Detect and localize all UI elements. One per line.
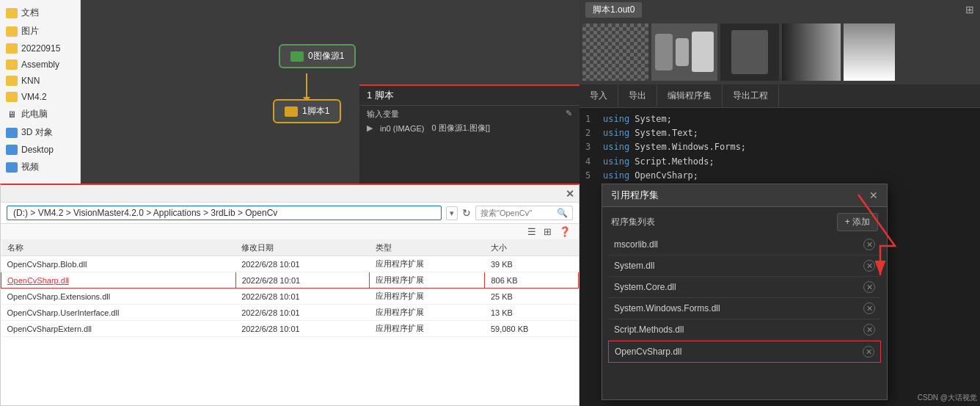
source-node[interactable]: 0图像源1 (279, 44, 356, 68)
thumb-4 (782, 23, 841, 81)
file-name: OpenCvSharp.UserInterface.dll (1, 305, 236, 321)
file-type: 应用程序扩展 (370, 272, 485, 289)
ref-remove-button[interactable]: ✕ (863, 239, 875, 250)
ref-remove-button[interactable]: ✕ (863, 260, 875, 272)
code-line-1: 1 using System; (585, 112, 974, 126)
preview-label: 脚本1.out0 (585, 2, 642, 18)
file-name: OpenCvSharpExtern.dll (1, 321, 236, 337)
grid-icon-button[interactable]: ⊞ (965, 4, 974, 15)
sidebar-label-pc: 此电脑 (21, 108, 48, 120)
table-row[interactable]: OpenCvSharp.dll 2022/6/28 10:01 应用程序扩展 8… (1, 272, 579, 289)
folder-icon (6, 26, 18, 37)
ref-dialog: 引用程序集 ✕ 程序集列表 + 添加 mscorlib.dll ✕ System… (601, 184, 888, 400)
close-button[interactable]: ✕ (566, 188, 574, 200)
script-panel-title-text: 1 脚本 (367, 90, 394, 101)
refresh-button[interactable]: ↻ (462, 207, 471, 219)
line-num: 5 (585, 169, 597, 183)
ref-dialog-close-button[interactable]: ✕ (869, 189, 878, 201)
add-assembly-button[interactable]: + 添加 (837, 213, 878, 231)
sidebar-item-3d[interactable]: 3D 对象 (0, 123, 80, 142)
export-project-button[interactable]: 导出工程 (723, 85, 779, 106)
ref-list-header: 程序集列表 + 添加 (602, 207, 887, 234)
col-date[interactable]: 修改日期 (235, 240, 370, 256)
path-text: (D:) > VM4.2 > VisionMaster4.2.0 > Appli… (13, 208, 277, 218)
edit-assembly-button[interactable]: 编辑程序集 (657, 85, 723, 106)
search-input[interactable] (480, 209, 554, 217)
ref-dialog-title-text: 引用程序集 (611, 189, 659, 202)
sidebar-item-vm42[interactable]: VM4.2 (0, 89, 80, 105)
folder-icon (6, 76, 18, 86)
sidebar-item-pc[interactable]: 🖥 此电脑 (0, 105, 80, 123)
script-node-label: 1脚本1 (302, 105, 329, 117)
folder-icon (6, 145, 18, 155)
file-date: 2022/6/28 10:01 (235, 305, 370, 321)
sidebar-item-20220915[interactable]: 20220915 (0, 40, 80, 57)
file-type: 应用程序扩展 (370, 321, 485, 337)
thumb-3 (720, 23, 779, 81)
sidebar-item-assembly[interactable]: Assembly (0, 57, 80, 73)
file-type: 应用程序扩展 (370, 256, 485, 272)
ref-item[interactable]: System.Core.dll ✕ (608, 277, 881, 298)
sidebar-item-knn[interactable]: KNN (0, 73, 80, 89)
folder-icon (6, 43, 18, 54)
file-browser-titlebar: ✕ (1, 185, 579, 203)
file-size: 59,080 KB (485, 321, 579, 337)
table-row[interactable]: OpenCvSharp.Blob.dll 2022/6/28 10:01 应用程… (1, 256, 579, 272)
code-line-5: 5 using OpenCvSharp; (585, 169, 974, 183)
sidebar-item-pic[interactable]: 图片 (0, 22, 80, 40)
ref-item[interactable]: mscorlib.dll ✕ (608, 234, 881, 255)
line-num: 3 (585, 140, 597, 154)
file-date: 2022/6/28 10:01 (235, 272, 370, 289)
col-size[interactable]: 大小 (485, 240, 579, 256)
folder-icon (6, 59, 18, 70)
thumb-2 (651, 23, 717, 81)
ref-item[interactable]: System.Windows.Forms.dll ✕ (608, 298, 881, 319)
table-row[interactable]: OpenCvSharpExtern.dll 2022/6/28 10:01 应用… (1, 321, 579, 337)
node-icon-green (290, 51, 304, 62)
view-grid-btn[interactable]: ⊞ (541, 225, 554, 238)
ref-remove-button[interactable]: ✕ (863, 346, 874, 358)
col-type[interactable]: 类型 (370, 240, 485, 256)
preview-title-bar: 脚本1.out0 ⊞ (579, 0, 980, 19)
ref-item[interactable]: Script.Methods.dll ✕ (608, 319, 881, 341)
thumb-1 (582, 23, 648, 81)
sidebar-label-video: 视频 (21, 161, 39, 173)
folder-icon (6, 92, 18, 102)
sidebar-item-desktop[interactable]: Desktop (0, 142, 80, 158)
code-content: 1 using System; 2 using System.Text; 3 u… (579, 108, 980, 187)
sidebar-item-video[interactable]: 视频 (0, 158, 80, 176)
folder-icon (6, 162, 18, 173)
file-date: 2022/6/28 10:01 (235, 321, 370, 337)
ref-remove-button[interactable]: ✕ (863, 302, 875, 314)
ref-item-name: System.Windows.Forms.dll (614, 303, 720, 313)
col-name[interactable]: 名称 (1, 240, 236, 256)
ref-item[interactable]: OpenCvSharp.dll ✕ (608, 341, 881, 363)
help-btn[interactable]: ❓ (557, 225, 573, 238)
ref-list-label: 程序集列表 (611, 216, 655, 228)
search-box[interactable]: 🔍 (475, 206, 573, 220)
folder-icon (6, 128, 18, 138)
script-node[interactable]: 1脚本1 (273, 99, 341, 123)
script-vars-label: 输入变量 ✎ (359, 106, 579, 121)
ref-remove-button[interactable]: ✕ (863, 324, 875, 336)
edit-icon[interactable]: ✎ (566, 109, 572, 118)
path-dropdown[interactable]: ▾ (446, 206, 458, 220)
ref-item-name: System.dll (614, 261, 654, 271)
file-date: 2022/6/28 10:01 (235, 289, 370, 305)
ref-remove-button[interactable]: ✕ (863, 281, 875, 293)
import-button[interactable]: 导入 (579, 85, 618, 106)
table-row[interactable]: OpenCvSharp.UserInterface.dll 2022/6/28 … (1, 305, 579, 321)
view-list-btn[interactable]: ☰ (525, 225, 538, 238)
address-path[interactable]: (D:) > VM4.2 > VisionMaster4.2.0 > Appli… (7, 206, 442, 220)
file-name: OpenCvSharp.dll (1, 272, 236, 289)
line-num: 1 (585, 112, 597, 126)
export-button[interactable]: 导出 (618, 85, 657, 106)
ref-item[interactable]: System.dll ✕ (608, 255, 881, 277)
var-value: 0 图像源1.图像[] (432, 123, 490, 134)
code-toolbar: 导入 导出 编辑程序集 导出工程 (579, 84, 980, 108)
sidebar-label-3d: 3D 对象 (21, 126, 53, 139)
thumb-5 (844, 23, 895, 81)
table-row[interactable]: OpenCvSharp.Extensions.dll 2022/6/28 10:… (1, 289, 579, 305)
sidebar-item-doc[interactable]: 文档 (0, 4, 80, 22)
ref-item-name: mscorlib.dll (614, 239, 658, 250)
